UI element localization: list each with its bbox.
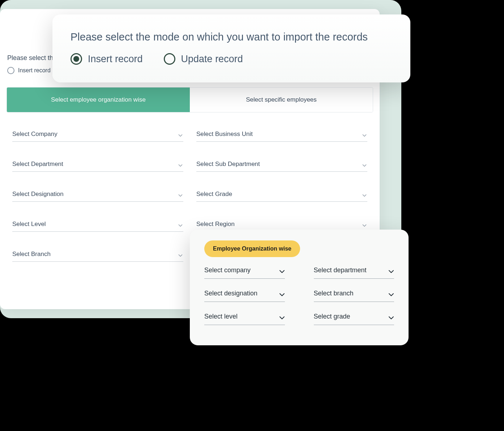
select-region-label: Select Region — [196, 221, 235, 227]
select-level-label: Select Level — [12, 221, 46, 227]
chevron-down-icon — [362, 194, 367, 197]
radio-checked-icon — [71, 53, 82, 65]
chevron-down-icon — [388, 293, 394, 296]
chevron-down-icon — [279, 270, 285, 273]
select-level[interactable]: Select Level — [12, 221, 183, 232]
chevron-down-icon — [362, 134, 367, 137]
select-designation[interactable]: Select Designation — [12, 191, 183, 202]
chevron-down-icon — [362, 164, 367, 167]
popover-select-level[interactable]: Select level — [204, 313, 285, 325]
modal-radio-group: Insert record Update record — [71, 53, 392, 65]
modal-radio-update-label: Update record — [181, 54, 243, 65]
chevron-down-icon — [178, 254, 183, 257]
select-company-label: Select Company — [12, 131, 57, 137]
select-sub-department-label: Select Sub Department — [196, 161, 260, 167]
chevron-down-icon — [178, 164, 183, 167]
chevron-down-icon — [362, 224, 367, 227]
chevron-down-icon — [388, 270, 394, 273]
main-radio-insert[interactable]: Insert record — [7, 67, 51, 74]
modal-radio-update[interactable]: Update record — [164, 53, 243, 65]
select-sub-department[interactable]: Select Sub Department — [196, 161, 367, 172]
tab-organization-wise[interactable]: Select employee organization wise — [7, 88, 190, 112]
import-mode-modal: Please select the mode on which you want… — [52, 14, 410, 82]
tab-specific-label: Select specific employees — [246, 96, 317, 103]
popover-select-designation-label: Select designation — [204, 290, 257, 297]
org-filter-popover: Employee Organization wise Select compan… — [190, 230, 409, 345]
popover-pill[interactable]: Employee Organization wise — [204, 240, 300, 257]
select-department[interactable]: Select Department — [12, 161, 183, 172]
popover-select-department[interactable]: Select department — [314, 266, 394, 279]
modal-heading: Please select the mode on which you want… — [71, 31, 392, 43]
select-business-unit-label: Select Business Unit — [196, 131, 253, 137]
select-grade-label: Select Grade — [196, 191, 232, 197]
popover-select-grid: Select company Select department Select … — [204, 266, 394, 325]
popover-select-level-label: Select level — [204, 313, 238, 320]
popover-select-grade[interactable]: Select grade — [314, 313, 394, 325]
popover-select-branch-label: Select branch — [314, 290, 354, 297]
chevron-down-icon — [178, 134, 183, 137]
modal-radio-insert[interactable]: Insert record — [71, 53, 143, 65]
chevron-down-icon — [178, 224, 183, 227]
select-department-label: Select Department — [12, 161, 63, 167]
select-branch-label: Select Branch — [12, 251, 51, 257]
popover-select-department-label: Select department — [314, 266, 367, 274]
popover-select-company[interactable]: Select company — [204, 266, 285, 279]
popover-select-company-label: Select company — [204, 266, 251, 274]
select-branch[interactable]: Select Branch — [12, 251, 183, 262]
tab-row: Select employee organization wise Select… — [7, 87, 373, 112]
radio-icon — [7, 67, 14, 74]
modal-radio-insert-label: Insert record — [88, 54, 143, 65]
chevron-down-icon — [279, 293, 285, 296]
select-business-unit[interactable]: Select Business Unit — [196, 131, 367, 142]
popover-pill-label: Employee Organization wise — [213, 246, 291, 252]
chevron-down-icon — [279, 316, 285, 320]
chevron-down-icon — [388, 316, 394, 320]
main-radio-insert-label: Insert record — [18, 67, 51, 74]
tab-org-label: Select employee organization wise — [51, 96, 146, 103]
tab-specific-employees[interactable]: Select specific employees — [190, 88, 373, 112]
radio-unchecked-icon — [164, 53, 175, 65]
select-designation-label: Select Designation — [12, 191, 64, 197]
popover-select-branch[interactable]: Select branch — [314, 290, 394, 302]
select-grade[interactable]: Select Grade — [196, 191, 367, 202]
chevron-down-icon — [178, 194, 183, 197]
popover-select-grade-label: Select grade — [314, 313, 350, 320]
select-company[interactable]: Select Company — [12, 131, 183, 142]
popover-select-designation[interactable]: Select designation — [204, 290, 285, 302]
